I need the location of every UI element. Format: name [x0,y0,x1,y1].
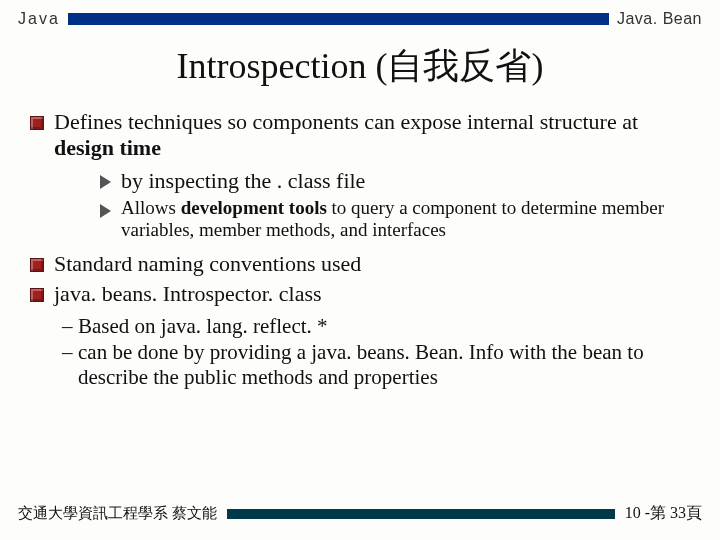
slide-title: Introspection (自我反省) [0,42,720,91]
dash-item: – Based on java. lang. reflect. * [62,314,690,339]
bold-span: design time [54,135,161,160]
square-bullet-icon [30,116,44,130]
bullet-text: Standard naming conventions used [54,251,361,277]
list-item: java. beans. Introspector. class [30,281,690,307]
header-bar [68,13,609,25]
dash-item: – can be done by providing a java. beans… [62,340,690,390]
bullet-text: Defines techniques so components can exp… [54,109,690,162]
text-span: Allows [121,197,181,218]
footer-right: 10 -第 33頁 [625,503,702,524]
list-item: Defines techniques so components can exp… [30,109,690,162]
footer-row: 交通大學資訊工程學系 蔡文能 10 -第 33頁 [0,503,720,524]
bold-span: development tools [181,197,327,218]
list-item: Allows development tools to query a comp… [100,197,690,241]
square-bullet-icon [30,258,44,272]
sub-text: Allows development tools to query a comp… [121,197,690,241]
dash-icon: – [62,340,78,365]
footer-bar [227,509,615,519]
arrow-bullet-icon [100,175,111,189]
sublist: by inspecting the . class file Allows de… [100,168,690,241]
footer-left: 交通大學資訊工程學系 蔡文能 [18,504,217,523]
dash-icon: – [62,314,78,339]
dash-text: Based on java. lang. reflect. * [78,314,328,339]
arrow-bullet-icon [100,204,111,218]
content-area: Defines techniques so components can exp… [0,109,720,390]
dash-text: can be done by providing a java. beans. … [78,340,690,390]
sub-text: by inspecting the . class file [121,168,365,193]
header-right: Java. Bean [617,10,702,28]
dash-list: – Based on java. lang. reflect. * – can … [62,314,690,391]
header-row: Java Java. Bean [0,0,720,28]
list-item: Standard naming conventions used [30,251,690,277]
square-bullet-icon [30,288,44,302]
header-left: Java [18,10,60,28]
bullet-text: java. beans. Introspector. class [54,281,322,307]
list-item: by inspecting the . class file [100,168,690,193]
text-span: Defines techniques so components can exp… [54,109,638,134]
